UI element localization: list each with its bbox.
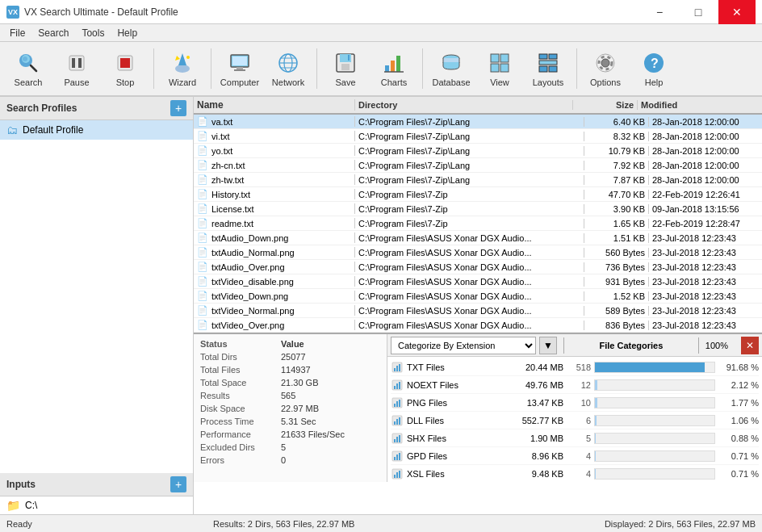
menu-file[interactable]: File (3, 26, 31, 40)
file-modified: 23-Jul-2018 12:23:43 (649, 291, 762, 301)
file-dir: C:\Program Files\7-Zip\Lang (355, 146, 584, 156)
view-button[interactable]: View (476, 45, 523, 92)
file-icon: 📄 (197, 116, 208, 127)
list-item[interactable]: DLL Files 552.77 KB 6 1.06 % (391, 412, 759, 429)
list-item[interactable]: PNG Files 13.47 KB 10 1.77 % (391, 394, 759, 412)
col-header-directory[interactable]: Directory (355, 100, 573, 110)
chart-bar (595, 398, 597, 408)
status-value: 5 (281, 442, 286, 452)
file-list[interactable]: 📄 va.txt C:\Program Files\7-Zip\Lang 6.4… (194, 115, 762, 333)
svg-rect-67 (396, 455, 398, 460)
computer-button[interactable]: Computer (216, 45, 263, 92)
table-row[interactable]: 📄 txtVideo_Over.png C:\Program Files\ASU… (194, 318, 762, 333)
status-val-header: Value (281, 339, 304, 349)
file-list-header: Name Directory Size Modified (194, 97, 762, 115)
file-icon: 📄 (197, 203, 208, 214)
chart-bar-container (594, 433, 715, 444)
table-row[interactable]: 📄 License.txt C:\Program Files\7-Zip 3.9… (194, 202, 762, 216)
select-arrow[interactable]: ▼ (539, 337, 557, 354)
chart-row-size: 20.44 MB (507, 362, 563, 372)
status-row: Errors0 (197, 454, 383, 467)
minimize-button[interactable]: − (641, 0, 678, 24)
close-button[interactable]: ✕ (718, 0, 756, 24)
list-item[interactable]: SHX Files 1.90 MB 5 0.88 % (391, 429, 759, 447)
database-button[interactable]: Database (428, 45, 475, 92)
categorize-select[interactable]: Categorize By Extension (391, 337, 536, 354)
col-header-size[interactable]: Size (573, 100, 638, 110)
table-row[interactable]: 📄 readme.txt C:\Program Files\7-Zip 1.65… (194, 216, 762, 231)
network-label: Network (272, 77, 304, 87)
file-icon: 📄 (197, 276, 208, 287)
status-label: Results (200, 391, 281, 400)
table-row[interactable]: 📄 txtVideo_Down.png C:\Program Files\ASU… (194, 289, 762, 304)
file-modified: 28-Jan-2018 12:00:00 (649, 132, 762, 141)
left-panel: Search Profiles + 🗂 Default Profile Inpu… (0, 97, 194, 514)
file-dir: C:\Program Files\7-Zip (355, 190, 584, 199)
svg-rect-14 (232, 57, 247, 65)
charts-sep-1 (563, 337, 564, 354)
svg-rect-51 (396, 383, 398, 389)
charts-icon (381, 50, 407, 76)
layouts-label: Layouts (533, 77, 564, 87)
stop-button[interactable]: Stop (102, 45, 149, 92)
menu-help[interactable]: Help (111, 26, 144, 40)
col-header-modified[interactable]: Modified (638, 100, 751, 110)
table-row[interactable]: 📄 va.txt C:\Program Files\7-Zip\Lang 6.4… (194, 115, 762, 129)
svg-rect-59 (396, 419, 398, 425)
chart-row-count: 4 (567, 451, 591, 461)
table-row[interactable]: 📄 txtVideo_disable.png C:\Program Files\… (194, 274, 762, 289)
chart-row-icon (391, 432, 404, 445)
chart-bar-container (594, 468, 715, 480)
file-size: 1.51 KB (584, 233, 649, 243)
file-modified: 28-Jan-2018 12:00:00 (649, 175, 762, 185)
list-item[interactable]: GPD Files 8.96 KB 4 0.71 % (391, 447, 759, 465)
chart-row-pct: 2.12 % (718, 380, 759, 390)
layouts-button[interactable]: Layouts (525, 45, 572, 92)
table-row[interactable]: 📄 txtAudio_Down.png C:\Program Files\ASU… (194, 231, 762, 245)
list-item[interactable]: NOEXT Files 49.76 MB 12 2.12 % (391, 376, 759, 394)
table-row[interactable]: 📄 txtAudio_Over.png C:\Program Files\ASU… (194, 260, 762, 274)
file-name: va.txt (211, 117, 232, 127)
charts-close-button[interactable]: ✕ (741, 337, 759, 354)
table-row[interactable]: 📄 zh-cn.txt C:\Program Files\7-Zip\Lang … (194, 158, 762, 173)
chart-row-size: 1.90 MB (507, 434, 563, 443)
default-profile-item[interactable]: 🗂 Default Profile (0, 120, 193, 140)
charts-button[interactable]: Charts (371, 45, 417, 92)
status-row: Excluded Dirs5 (197, 441, 383, 454)
status-col-header: Status (200, 339, 281, 349)
list-item[interactable]: TXT Files 20.44 MB 518 91.68 % (391, 358, 759, 376)
table-row[interactable]: 📄 History.txt C:\Program Files\7-Zip 47.… (194, 187, 762, 202)
table-row[interactable]: 📄 zh-tw.txt C:\Program Files\7-Zip\Lang … (194, 173, 762, 187)
chart-row-count: 5 (567, 434, 591, 443)
file-dir: C:\Program Files\7-Zip (355, 204, 584, 214)
table-row[interactable]: 📄 yo.txt C:\Program Files\7-Zip\Lang 10.… (194, 144, 762, 158)
options-button[interactable]: Options (582, 45, 629, 92)
file-size: 589 Bytes (584, 306, 649, 316)
help-button[interactable]: ? Help (630, 45, 677, 92)
wizard-label: Wizard (169, 77, 196, 87)
status-value: 21633 Files/Sec (281, 429, 345, 439)
wizard-button[interactable]: Wizard (159, 45, 206, 92)
chart-row-type: SHX Files (407, 434, 504, 443)
svg-rect-26 (385, 65, 389, 72)
col-header-name[interactable]: Name (194, 99, 355, 111)
pause-button[interactable]: Pause (53, 45, 100, 92)
menu-search[interactable]: Search (31, 26, 75, 40)
status-value: 5.31 Sec (281, 417, 316, 426)
list-item[interactable]: XSL Files 9.48 KB 4 0.71 % (391, 465, 759, 482)
input-item-c[interactable]: 📁 C:\ (0, 496, 193, 514)
table-row[interactable]: 📄 vi.txt C:\Program Files\7-Zip\Lang 8.3… (194, 129, 762, 144)
network-button[interactable]: Network (265, 45, 312, 92)
menu-tools[interactable]: Tools (75, 26, 111, 40)
search-button[interactable]: Search (5, 45, 52, 92)
chart-row-pct: 0.71 % (718, 469, 759, 479)
maximize-button[interactable]: □ (680, 0, 717, 24)
save-button[interactable]: Save (322, 45, 369, 92)
chart-row-size: 9.48 KB (507, 469, 563, 479)
add-input-button[interactable]: + (170, 476, 186, 492)
table-row[interactable]: 📄 txtAudio_Normal.png C:\Program Files\A… (194, 245, 762, 260)
status-value: 21.30 GB (281, 378, 318, 387)
chart-row-icon (391, 396, 404, 409)
add-profile-button[interactable]: + (170, 100, 186, 116)
table-row[interactable]: 📄 txtVideo_Normal.png C:\Program Files\A… (194, 304, 762, 318)
